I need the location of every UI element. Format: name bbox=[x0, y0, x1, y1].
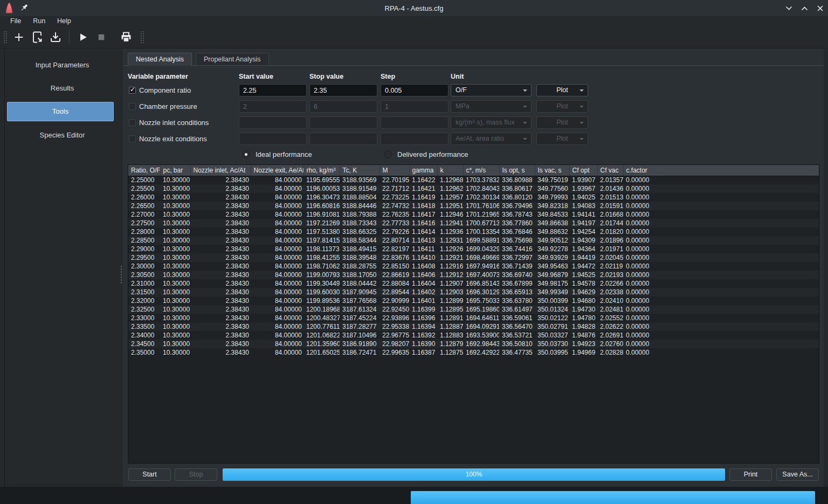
table-row[interactable]: 2.3400010.300002.3843084.000001201.06822… bbox=[128, 331, 819, 340]
delivered-performance-radio[interactable] bbox=[384, 150, 392, 158]
sidebar-item-input-parameters[interactable]: Input Parameters bbox=[5, 59, 120, 72]
minimize-icon[interactable] bbox=[784, 3, 794, 13]
table-header-row: Ratio, O/Fpc, barNozzle inlet, Ac/AtNozz… bbox=[128, 165, 819, 176]
open-file-button[interactable] bbox=[28, 29, 46, 45]
sidebar-item-results[interactable]: Results bbox=[5, 82, 120, 95]
table-row[interactable]: 2.2950010.300002.3843084.000001198.41255… bbox=[128, 253, 819, 262]
table-cell: 1.12926 bbox=[437, 245, 463, 253]
start-value-input[interactable] bbox=[239, 84, 307, 96]
column-header[interactable]: Cf opt bbox=[569, 165, 597, 176]
table-cell: 1.12887 bbox=[437, 322, 463, 331]
column-header[interactable]: c*, m/s bbox=[463, 165, 499, 176]
chamber-pressure-checkbox[interactable] bbox=[129, 103, 136, 110]
column-header[interactable]: gamma bbox=[409, 165, 437, 176]
table-cell: 1696.30129 bbox=[463, 288, 499, 296]
table-cell: 1.12875 bbox=[437, 348, 463, 357]
table-cell: 22.95338 bbox=[380, 322, 409, 331]
stop-value-input[interactable] bbox=[309, 84, 377, 96]
column-header[interactable]: Tc, K bbox=[340, 165, 380, 176]
maximize-icon[interactable] bbox=[799, 3, 809, 13]
table-row[interactable]: 2.2700010.300002.3843084.000001196.91081… bbox=[128, 210, 819, 219]
table-cell: 10.30000 bbox=[160, 279, 190, 288]
sidebar-item-tools[interactable]: Tools bbox=[7, 102, 114, 121]
close-icon[interactable] bbox=[815, 3, 825, 13]
print-button[interactable] bbox=[117, 29, 135, 45]
ideal-performance-radio[interactable] bbox=[242, 150, 250, 158]
column-header[interactable]: Is vac, s bbox=[535, 165, 569, 176]
component-ratio-checkbox[interactable] bbox=[129, 87, 136, 94]
column-header[interactable]: Nozzle exit, Ae/At bbox=[251, 165, 303, 176]
table-row[interactable]: 2.3450010.300002.3843084.000001201.35960… bbox=[128, 340, 819, 348]
table-cell: 1199.89536 bbox=[303, 296, 340, 305]
menu-run[interactable]: Run bbox=[27, 16, 51, 26]
new-button[interactable] bbox=[10, 29, 28, 45]
table-row[interactable]: 2.3300010.300002.3843084.000001200.48327… bbox=[128, 314, 819, 322]
save-as-button[interactable]: Save As... bbox=[776, 468, 819, 481]
toolbar-drag-handle-2[interactable] bbox=[140, 30, 144, 44]
table-row[interactable]: 2.3350010.300002.3843084.000001200.77611… bbox=[128, 322, 819, 331]
column-header[interactable]: pc, bar bbox=[160, 165, 190, 176]
table-row[interactable]: 2.3100010.300002.3843084.000001199.30449… bbox=[128, 279, 819, 288]
tab-nested-analysis[interactable]: Nested Analysis bbox=[128, 53, 192, 66]
table-cell: 349.88632 bbox=[535, 227, 569, 236]
unit-select[interactable]: O/F bbox=[451, 84, 532, 96]
table-cell: 22.99635 bbox=[380, 348, 409, 357]
column-header[interactable]: c.factor bbox=[623, 165, 819, 176]
table-row[interactable]: 2.2550010.300002.3843084.000001196.00053… bbox=[128, 184, 819, 193]
table-cell: 1.94923 bbox=[569, 340, 597, 348]
menu-help[interactable]: Help bbox=[51, 16, 77, 26]
column-header[interactable]: Nozzle inlet, Ac/At bbox=[190, 165, 251, 176]
table-row[interactable]: 2.3500010.300002.3843084.000001201.65025… bbox=[128, 348, 819, 357]
table-cell: 2.32000 bbox=[128, 296, 160, 305]
table-row[interactable]: 2.3250010.300002.3843084.000001200.18968… bbox=[128, 305, 819, 314]
table-cell: 84.00000 bbox=[251, 288, 303, 296]
nozzle-inlet-checkbox[interactable] bbox=[129, 119, 136, 126]
table-row[interactable]: 2.2600010.300002.3843084.000001196.30473… bbox=[128, 193, 819, 202]
start-button[interactable]: Start bbox=[128, 468, 171, 481]
column-header[interactable]: Cf vac bbox=[597, 165, 623, 176]
table-row[interactable]: 2.2800010.300002.3843084.000001197.51380… bbox=[128, 227, 819, 236]
plot-select[interactable]: Plot bbox=[536, 84, 588, 96]
column-header[interactable]: Is opt, s bbox=[499, 165, 535, 176]
table-cell: 22.89544 bbox=[380, 288, 409, 296]
table-cell: 336.74416 bbox=[499, 245, 535, 253]
table-cell: 1.94876 bbox=[569, 331, 597, 340]
table-cell: 3186.91890 bbox=[340, 340, 380, 348]
save-button[interactable] bbox=[46, 29, 65, 45]
table-row[interactable]: 2.3000010.300002.3843084.000001198.71062… bbox=[128, 262, 819, 271]
column-header[interactable]: Ratio, O/F bbox=[128, 165, 160, 176]
table-cell: 2.38430 bbox=[190, 262, 251, 271]
table-cell: 2.27500 bbox=[128, 219, 160, 227]
toolbar-separator bbox=[69, 30, 70, 44]
sidebar-item-species-editor[interactable]: Species Editor bbox=[5, 129, 120, 142]
print-results-button[interactable]: Print bbox=[729, 468, 772, 481]
run-button[interactable] bbox=[74, 29, 92, 45]
table-cell: 84.00000 bbox=[251, 245, 303, 253]
table-row[interactable]: 2.3050010.300002.3843084.000001199.00793… bbox=[128, 271, 819, 279]
step-input[interactable] bbox=[381, 84, 448, 96]
plot-select: Plot bbox=[536, 116, 588, 129]
plot-value: Plot bbox=[556, 119, 568, 126]
table-row[interactable]: 2.2650010.300002.3843084.000001196.60816… bbox=[128, 202, 819, 210]
table-cell: 1.16394 bbox=[409, 322, 437, 331]
table-row[interactable]: 2.2900010.300002.3843084.000001198.11373… bbox=[128, 245, 819, 253]
table-cell: 84.00000 bbox=[251, 193, 303, 202]
table-row[interactable]: 2.2850010.300002.3843084.000001197.81415… bbox=[128, 236, 819, 245]
column-header[interactable]: M bbox=[380, 165, 409, 176]
table-cell: 1694.64611 bbox=[463, 314, 499, 322]
table-row[interactable]: 2.3150010.300002.3843084.000001199.60030… bbox=[128, 288, 819, 296]
table-cell: 1702.84043 bbox=[463, 184, 499, 193]
table-row[interactable]: 2.2750010.300002.3843084.000001197.21269… bbox=[128, 219, 819, 227]
table-cell: 3187.61324 bbox=[340, 305, 380, 314]
stop-button bbox=[92, 29, 111, 45]
tab-propellant-analysis[interactable]: Propellant Analysis bbox=[196, 53, 269, 65]
column-header[interactable]: rho, kg/m³ bbox=[303, 165, 340, 176]
table-row[interactable]: 2.2500010.300002.3843084.000001195.69555… bbox=[128, 176, 819, 184]
nozzle-exit-checkbox[interactable] bbox=[129, 135, 136, 142]
table-row[interactable]: 2.3200010.300002.3843084.000001199.89536… bbox=[128, 296, 819, 305]
column-header[interactable]: k bbox=[437, 165, 463, 176]
menu-file[interactable]: File bbox=[4, 16, 27, 26]
toolbar-drag-handle[interactable] bbox=[3, 30, 7, 44]
table-cell: 1200.48327 bbox=[303, 314, 340, 322]
table-cell: 2.38430 bbox=[190, 236, 251, 245]
